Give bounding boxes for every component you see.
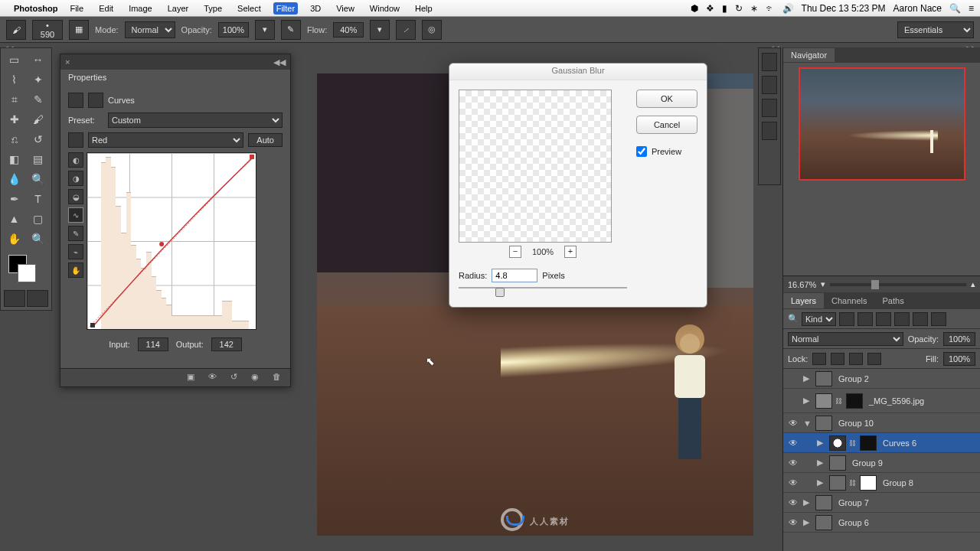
pen-tool-icon[interactable]: ✒ (2, 189, 26, 209)
preview-checkbox[interactable] (636, 146, 647, 157)
menu-3d[interactable]: 3D (307, 2, 324, 15)
menubar-user[interactable]: Aaron Nace (893, 3, 942, 14)
layer-name[interactable]: Group 7 (838, 498, 869, 507)
hand-tool-icon[interactable]: ✋ (2, 229, 26, 249)
radius-slider[interactable] (459, 287, 627, 298)
link-icon[interactable]: ⛓ (849, 439, 857, 447)
navigator-zoom-slider[interactable] (830, 283, 966, 286)
menu-file[interactable]: File (67, 2, 87, 15)
move-tool-icon[interactable]: ↔ (26, 50, 50, 70)
flow-input[interactable] (333, 22, 364, 37)
ok-button[interactable]: OK (636, 90, 697, 108)
dodge-tool-icon[interactable]: 🔍 (26, 169, 50, 189)
bluetooth-icon[interactable]: ∗ (750, 3, 758, 14)
filter-type-select[interactable]: Kind (802, 312, 836, 326)
curve-input-field[interactable] (138, 337, 168, 351)
eyedropper-tool-icon[interactable]: ✎ (26, 90, 50, 109)
preset-select[interactable]: Custom (108, 112, 283, 128)
layer-name[interactable]: Group 9 (852, 458, 883, 468)
filter-icon[interactable]: 🔍 (788, 314, 799, 324)
disclosure-arrow-icon[interactable]: ▶ (803, 517, 812, 527)
curve-smooth-icon[interactable]: ⌁ (68, 244, 83, 259)
spotlight-icon[interactable]: 🔍 (949, 3, 961, 14)
visibility-toggle-icon[interactable]: 👁 (786, 418, 800, 429)
layer-row[interactable]: 👁▶Group 7 (783, 493, 980, 513)
filter-type-icon[interactable] (876, 312, 891, 326)
reset-icon[interactable]: ↺ (226, 372, 241, 384)
filter-adjust-icon[interactable] (858, 312, 873, 326)
layer-opacity-input[interactable] (943, 332, 975, 346)
brush-preset-picker[interactable]: •590 (32, 20, 63, 40)
layer-name[interactable]: Curves 6 (883, 439, 916, 448)
disclosure-arrow-icon[interactable]: ▶ (817, 438, 826, 448)
quickmask-icon[interactable] (4, 290, 25, 307)
layer-name[interactable]: Group 2 (838, 374, 869, 383)
opacity-flyout-icon[interactable]: ▾ (255, 20, 275, 40)
zoom-in-icon[interactable]: ▴ (971, 279, 975, 289)
toggle-visibility-icon[interactable]: ◉ (247, 372, 263, 384)
eraser-tool-icon[interactable]: ◧ (2, 149, 26, 169)
crop-tool-icon[interactable]: ⌗ (2, 90, 26, 109)
paths-tab[interactable]: Paths (875, 293, 912, 308)
navigator-proxy[interactable] (799, 67, 965, 181)
marquee-tool-icon[interactable]: ▭ (2, 50, 26, 70)
eyedropper-white-icon[interactable]: ◒ (68, 189, 83, 204)
path-select-tool-icon[interactable]: ▲ (2, 209, 26, 229)
screenmode-icon[interactable] (27, 290, 48, 307)
menu-type[interactable]: Type (201, 2, 225, 15)
layer-blend-mode-select[interactable]: Normal (788, 332, 903, 346)
lock-transparent-icon[interactable] (812, 353, 826, 365)
layer-name[interactable]: Group 6 (838, 518, 869, 527)
airbrush-icon[interactable]: ⟋ (396, 20, 416, 40)
eyedropper-gray-icon[interactable]: ◑ (68, 171, 83, 186)
blur-tool-icon[interactable]: 💧 (2, 169, 26, 189)
menu-select[interactable]: Select (234, 2, 264, 15)
channels-tab[interactable]: Channels (824, 293, 874, 308)
brush-tool-icon[interactable]: 🖌 (26, 109, 50, 129)
curve-draw-tool-icon[interactable]: ✎ (68, 226, 83, 241)
color-swatches[interactable] (8, 255, 36, 282)
disclosure-arrow-icon[interactable]: ▶ (817, 458, 826, 468)
layer-name[interactable]: _MG_5596.jpg (869, 396, 924, 406)
navigator-tab[interactable]: Navigator (783, 48, 835, 62)
healing-tool-icon[interactable]: ✚ (2, 109, 26, 129)
filter-pixel-icon[interactable] (839, 312, 854, 326)
disclosure-arrow-icon[interactable]: ▼ (803, 419, 812, 428)
channel-icon[interactable] (68, 132, 83, 148)
curves-graph[interactable] (87, 152, 256, 330)
lock-all-icon[interactable] (867, 353, 881, 365)
brush-panel-toggle-icon[interactable]: ▦ (69, 20, 89, 40)
lasso-tool-icon[interactable]: ⌇ (2, 70, 26, 90)
filter-preview[interactable] (459, 90, 612, 243)
layer-row[interactable]: ▶⛓_MG_5596.jpg (783, 389, 980, 413)
close-panel-icon[interactable]: × (65, 57, 70, 67)
layer-row[interactable]: 👁▶⛓Group 8 (783, 473, 980, 493)
tool-preset-picker[interactable]: 🖌 (6, 20, 26, 40)
collapsed-panel-icon[interactable] (762, 122, 777, 140)
panel-collapse-icon[interactable]: ◀◀ (273, 57, 286, 67)
background-color[interactable] (18, 264, 36, 282)
disclosure-arrow-icon[interactable]: ▶ (803, 497, 812, 507)
disclosure-arrow-icon[interactable]: ▶ (803, 396, 812, 406)
menu-layer[interactable]: Layer (165, 2, 192, 15)
filter-smart-icon[interactable] (913, 312, 928, 326)
stamp-tool-icon[interactable]: ⎌ (2, 129, 26, 149)
dropbox-icon[interactable]: ⬢ (691, 3, 698, 14)
magic-wand-tool-icon[interactable]: ✦ (26, 70, 50, 90)
visibility-toggle-icon[interactable]: 👁 (786, 517, 800, 528)
menubar-app2-icon[interactable]: ▮ (722, 3, 727, 14)
pressure-opacity-icon[interactable]: ✎ (281, 20, 301, 40)
layer-row[interactable]: 👁▶Group 9 (783, 453, 980, 473)
layer-row[interactable]: 👁▶Group 6 (783, 513, 980, 533)
curve-hand-icon[interactable]: ✋ (68, 262, 83, 278)
link-icon[interactable]: ⛓ (849, 479, 857, 487)
menubar-clock[interactable]: Thu Dec 13 5:23 PM (802, 3, 886, 14)
filter-shape-icon[interactable] (894, 312, 910, 326)
menu-help[interactable]: Help (412, 2, 436, 15)
zoom-out-icon[interactable]: ▾ (821, 279, 825, 289)
menu-image[interactable]: Image (126, 2, 155, 15)
collapsed-panel-icon[interactable] (762, 76, 777, 94)
navigator-zoom-value[interactable]: 16.67% (788, 280, 816, 289)
visibility-toggle-icon[interactable]: 👁 (786, 438, 800, 448)
menu-filter[interactable]: Filter (273, 2, 298, 15)
